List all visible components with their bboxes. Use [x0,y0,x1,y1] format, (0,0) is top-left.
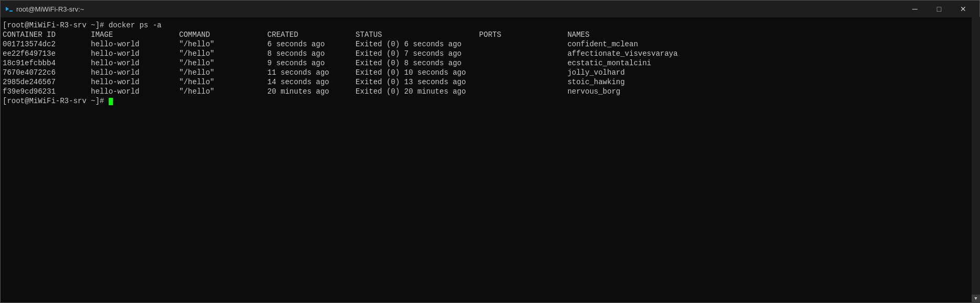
minimize-button[interactable]: ─ [903,1,927,17]
table-row: f39e9cd96231 hello-world "/hello" 20 min… [3,87,977,96]
table-row: ee22f649713e hello-world "/hello" 8 seco… [3,49,977,58]
table-row: 2985de246567 hello-world "/hello" 14 sec… [3,77,977,87]
current-prompt: [root@MiWiFi-R3-srv ~]# [3,96,977,106]
table-row: 18c91efcbbb4 hello-world "/hello" 9 seco… [3,58,977,68]
title-bar-left: root@MiWiFi-R3-srv:~ [5,5,84,13]
scroll-down-button[interactable]: ▼ [972,295,980,303]
scrollbar[interactable]: ▼ [972,17,980,303]
cursor [109,98,113,105]
command-line: [root@MiWiFi-R3-srv ~]# docker ps -a [3,21,977,30]
svg-rect-2 [9,11,13,12]
window-controls: ─ □ ✕ [903,1,975,17]
table-row: 001713574dc2 hello-world "/hello" 6 seco… [3,39,977,49]
close-button[interactable]: ✕ [951,1,975,17]
title-bar: root@MiWiFi-R3-srv:~ ─ □ ✕ [1,1,979,17]
table-header: CONTAINER ID IMAGE COMMAND CREATED STATU… [3,30,977,39]
terminal-body[interactable]: [root@MiWiFi-R3-srv ~]# docker ps -a CON… [1,17,979,302]
maximize-button[interactable]: □ [927,1,951,17]
prompt-text: [root@MiWiFi-R3-srv ~]# [3,97,109,105]
window-title: root@MiWiFi-R3-srv:~ [16,5,84,13]
table-row: 7670e40722c6 hello-world "/hello" 11 sec… [3,68,977,77]
terminal-icon [5,5,13,13]
terminal-window: root@MiWiFi-R3-srv:~ ─ □ ✕ [root@MiWiFi-… [0,0,980,303]
